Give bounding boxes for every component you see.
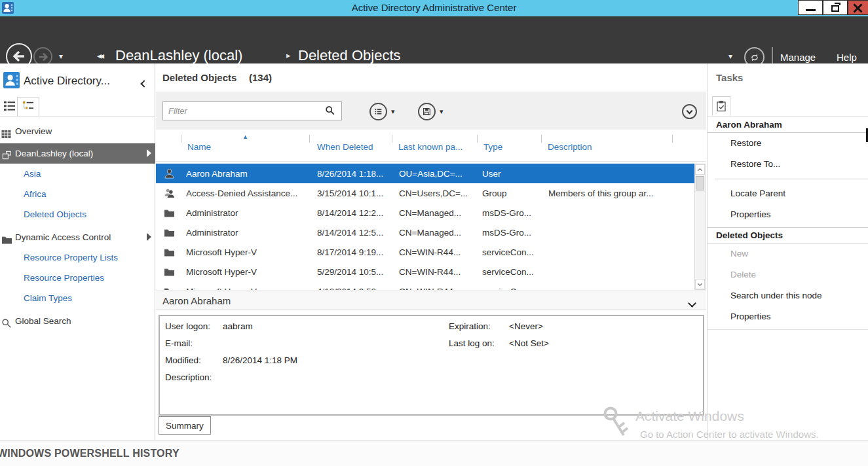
column-divider [181, 135, 181, 143]
detail-field: Modified: 8/26/2014 1:18 PM [165, 355, 297, 372]
navigation-items: Overview DeanLashley (local) Asia Africa… [0, 121, 155, 331]
column-header-last-known-pa[interactable]: Last known pa... [398, 142, 462, 152]
restore-button[interactable] [823, 0, 848, 15]
detail-field: E-mail: [165, 338, 297, 355]
filter-input[interactable] [162, 101, 342, 120]
navigation-dropdown-caret[interactable]: ▾ [728, 52, 732, 61]
detail-field: Expiration: <Never> [449, 321, 549, 338]
scroll-down-button[interactable] [695, 279, 705, 289]
cell-type: serviceCon... [482, 267, 548, 277]
filter-toolbar: ▾ ▾ [156, 92, 706, 130]
column-header-type[interactable]: Type [483, 142, 502, 152]
cell-when-deleted: 3/15/2014 10:1... [317, 188, 399, 198]
table-row-access-denied-assistance[interactable]: Access-Denied Assistance... 3/15/2014 10… [156, 183, 694, 203]
field-label: User logon: [165, 321, 223, 338]
cell-type: serviceCon... [482, 247, 548, 257]
task-restore-to[interactable]: Restore To... [708, 154, 868, 175]
page-title: Deleted Objects [162, 72, 236, 83]
field-value: aabram [223, 321, 253, 338]
field-label: Expiration: [449, 321, 509, 338]
sidebar-item-deleted-objects[interactable]: Deleted Objects [0, 204, 155, 224]
field-value: 8/26/2014 1:18 PM [223, 355, 297, 372]
expand-search-button[interactable] [682, 104, 697, 119]
list-scrollbar[interactable] [694, 164, 706, 290]
close-button[interactable] [848, 0, 868, 15]
sidebar-item-deanlashley-local[interactable]: DeanLashley (local) [0, 143, 155, 164]
task-locate-parent[interactable]: Locate Parent [708, 183, 868, 204]
cell-description: Members of this group ar... [548, 188, 694, 198]
list-view-icon [3, 100, 16, 114]
refresh-icon [748, 51, 761, 64]
sort-ascending-icon[interactable]: ▲ [242, 134, 248, 140]
sidebar-item-resource-property-lists[interactable]: Resource Property Lists [0, 247, 155, 268]
view-options-caret[interactable]: ▾ [391, 107, 395, 116]
save-query-caret[interactable]: ▾ [440, 107, 443, 116]
scrollbar-thumb[interactable] [696, 176, 704, 190]
tasks-tab[interactable] [712, 96, 730, 116]
sidebar-item-global-search[interactable]: Global Search [0, 311, 155, 331]
help-menu[interactable]: Help [837, 52, 857, 63]
minimize-button[interactable] [798, 0, 823, 15]
cell-last-known-parent: CN=Managed... [399, 228, 482, 238]
cell-type: Group [482, 188, 548, 198]
table-header: ▲ NameWhen DeletedLast known pa...TypeDe… [156, 130, 706, 162]
tab-tree-view[interactable] [17, 97, 39, 116]
cell-name: Microsoft Hyper-V [186, 247, 317, 257]
cell-name: Microsoft Hyper-V [186, 267, 317, 277]
column-header-description[interactable]: Description [548, 142, 592, 152]
sidebar-item-africa[interactable]: Africa [0, 184, 155, 204]
item-count: (134) [249, 72, 272, 83]
preview-collapse-button[interactable] [689, 297, 695, 309]
tasks-title: Tasks [716, 72, 743, 83]
task-properties[interactable]: Properties [708, 306, 868, 327]
table-row-microsoft-hyper-v[interactable]: Microsoft Hyper-V 5/29/2014 10:5... CN=W… [156, 262, 694, 281]
cell-type: serviceCon... [482, 287, 548, 291]
cell-when-deleted: 8/14/2014 12:5... [317, 228, 399, 238]
column-divider [309, 135, 310, 143]
table-row-administrator[interactable]: Administrator 8/14/2014 12:2... CN=Manag… [156, 203, 694, 223]
sidebar-item-resource-properties[interactable]: Resource Properties [0, 268, 155, 288]
column-header-when-deleted[interactable]: When Deleted [317, 142, 373, 152]
table-row-microsoft-hyper-v[interactable]: Microsoft Hyper-V 4/13/2014 9:52... CN=W… [156, 281, 694, 290]
navigation-bar: ▾ ◂◂ DeanLashley (local) ▸ Deleted Objec… [0, 16, 868, 63]
pane-collapse-button[interactable] [142, 77, 147, 89]
manage-menu[interactable]: Manage [780, 52, 816, 63]
powershell-history-bar[interactable]: WINDOWS POWERSHELL HISTORY [0, 440, 868, 466]
task-delete: Delete [708, 264, 868, 285]
field-label: Last log on: [449, 338, 509, 355]
breadcrumb-root[interactable]: DeanLashley (local) [115, 47, 242, 64]
tab-summary[interactable]: Summary [159, 416, 211, 435]
scroll-up-button[interactable] [695, 164, 705, 175]
task-restore[interactable]: Restore [708, 133, 868, 154]
search-icon [1, 315, 12, 336]
breadcrumb-collapse-icon[interactable]: ◂◂ [97, 50, 102, 61]
task-search-under-this-node[interactable]: Search under this node [708, 285, 868, 306]
tasks-tab-divider [708, 116, 868, 116]
tab-list-view[interactable] [0, 97, 18, 116]
save-query-button[interactable] [418, 103, 436, 120]
sidebar-item-asia[interactable]: Asia [0, 164, 155, 184]
cell-last-known-parent: CN=WIN-R44... [399, 267, 482, 277]
tree-view-icon [22, 100, 35, 114]
breadcrumb-current[interactable]: Deleted Objects [298, 47, 401, 64]
cell-name: Administrator [186, 208, 317, 218]
sidebar-item-dynamic-access-control[interactable]: Dynamic Access Control [0, 227, 155, 247]
column-divider [672, 135, 673, 143]
task-section-header: Deleted Objects [708, 228, 868, 243]
cell-last-known-parent: CN=Managed... [399, 208, 482, 218]
view-options-button[interactable] [369, 103, 387, 120]
task-properties[interactable]: Properties [708, 204, 868, 225]
folder-icon [156, 247, 186, 257]
history-caret-icon[interactable]: ▾ [59, 52, 63, 61]
cell-name: Microsoft Hyper-V [186, 287, 317, 291]
table-row-microsoft-hyper-v[interactable]: Microsoft Hyper-V 8/17/2014 9:19... CN=W… [156, 242, 694, 262]
sidebar-item-overview[interactable]: Overview [0, 121, 155, 141]
sidebar-item-claim-types[interactable]: Claim Types [0, 288, 155, 308]
cell-when-deleted: 8/14/2014 12:2... [317, 208, 399, 218]
cell-when-deleted: 5/29/2014 10:5... [317, 267, 399, 277]
table-row-administrator[interactable]: Administrator 8/14/2014 12:5... CN=Manag… [156, 223, 694, 242]
column-header-name[interactable]: Name [187, 142, 211, 152]
forward-arrow-icon [37, 50, 50, 63]
group-icon [156, 188, 186, 199]
table-row-aaron-abraham[interactable]: Aaron Abraham 8/26/2014 1:18... OU=Asia,… [156, 164, 694, 183]
